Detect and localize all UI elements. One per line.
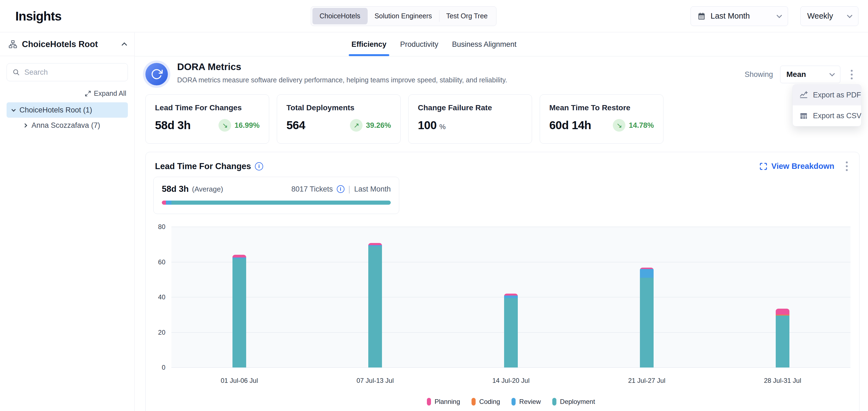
trend-badge: ↘ 14.78% xyxy=(613,119,654,132)
metric-cards-row: Lead Time For Changes 58d 3h ↘ 16.99% To… xyxy=(146,94,663,144)
bar-segment-deployment xyxy=(640,278,654,368)
dora-cycle-icon xyxy=(146,63,168,85)
stacked-bar[interactable] xyxy=(776,309,789,368)
dora-titles: DORA Metrics DORA metrics measure softwa… xyxy=(177,61,507,84)
export-pdf-menu-item[interactable]: Export as PDF xyxy=(793,84,861,105)
dora-kebab-menu-icon[interactable] xyxy=(847,68,856,81)
legend-swatch xyxy=(552,398,556,406)
expand-all-button[interactable]: Expand All xyxy=(8,90,126,97)
bar-segment-deployment xyxy=(368,246,382,368)
table-icon xyxy=(799,111,808,120)
x-axis-label: 07 Jul-13 Jul xyxy=(307,377,443,384)
org-tab-choicehotels[interactable]: ChoiceHotels xyxy=(312,8,368,24)
sidebar-title: ChoiceHotels Root xyxy=(22,39,98,49)
chevron-down-icon xyxy=(11,107,16,112)
chart-legend: PlanningCodingReviewDeployment xyxy=(172,398,850,406)
legend-item-coding[interactable]: Coding xyxy=(471,398,500,406)
stacked-bar[interactable] xyxy=(368,243,382,368)
granularity-select[interactable]: Weekly xyxy=(800,6,859,26)
view-breakdown-label: View Breakdown xyxy=(771,162,834,171)
sidebar-header: ChoiceHotels Root xyxy=(0,33,134,56)
stacked-bar[interactable] xyxy=(504,294,518,368)
trend-down-arrow-icon: ↘ xyxy=(613,119,625,132)
x-axis-label: 14 Jul-20 Jul xyxy=(443,377,579,384)
period-select[interactable]: Last Month xyxy=(690,6,788,26)
tree-item-choicehotels-root[interactable]: ChoiceHotels Root (1) xyxy=(7,102,128,118)
org-tree-icon xyxy=(8,40,18,49)
search-input[interactable] xyxy=(24,68,122,77)
info-icon[interactable]: i xyxy=(337,185,344,193)
org-switcher: ChoiceHotels Solution Engineers Test Org… xyxy=(311,6,496,26)
stacked-bar[interactable] xyxy=(640,268,654,368)
expand-all-label: Expand All xyxy=(94,90,126,97)
stacked-bar[interactable] xyxy=(232,255,246,368)
legend-label: Coding xyxy=(479,398,500,406)
legend-swatch xyxy=(427,398,431,406)
metric-card-value: 60d 14h xyxy=(549,119,591,132)
chart-card-header: Lead Time For Changes i View Breakdown xyxy=(155,159,851,173)
showing-label: Showing xyxy=(745,70,773,79)
metric-card-title: Total Deployments xyxy=(286,103,391,112)
bar-segment-deployment xyxy=(232,259,246,368)
export-csv-menu-item[interactable]: Export as CSV xyxy=(793,105,861,126)
metric-card-value: 100 xyxy=(418,119,437,132)
metric-card-title: Lead Time For Changes xyxy=(155,103,259,112)
legend-item-planning[interactable]: Planning xyxy=(427,398,460,406)
bar-segment-planning xyxy=(232,255,246,258)
chevron-right-icon xyxy=(23,123,27,128)
view-breakdown-button[interactable]: View Breakdown xyxy=(759,162,834,171)
aggregation-select-value: Mean xyxy=(786,70,806,79)
metric-card-title: Mean Time To Restore xyxy=(549,103,654,112)
tab-productivity[interactable]: Productivity xyxy=(400,33,438,56)
x-axis-label: 21 Jul-27 Jul xyxy=(579,377,715,384)
dora-description: DORA metrics measure software delivery p… xyxy=(177,76,507,84)
legend-label: Planning xyxy=(435,398,460,406)
chevron-down-icon xyxy=(829,71,835,76)
metric-card-value: 564 xyxy=(286,119,305,132)
y-axis-tick-label: 80 xyxy=(158,223,165,231)
metric-card-unit: % xyxy=(439,123,446,131)
org-tab-test-org-tree[interactable]: Test Org Tree xyxy=(439,8,495,24)
chart-kebab-menu-icon[interactable] xyxy=(842,159,851,173)
tab-efficiency[interactable]: Efficiency xyxy=(351,33,386,56)
trend-percent: 39.26% xyxy=(366,121,391,130)
metric-card-change-failure-rate: Change Failure Rate 100 % xyxy=(408,94,532,144)
main-tab-row: Efficiency Productivity Business Alignme… xyxy=(135,33,868,56)
topbar: Insights ChoiceHotels Solution Engineers… xyxy=(0,0,868,32)
legend-item-review[interactable]: Review xyxy=(512,398,541,406)
trend-badge: ↘ 16.99% xyxy=(218,119,259,132)
metric-card-value: 58d 3h xyxy=(155,119,191,132)
metric-card-mean-time-to-restore: Mean Time To Restore 60d 14h ↘ 14.78% xyxy=(540,94,663,144)
search-icon xyxy=(12,68,20,76)
export-menu: Export as PDF Export as CSV xyxy=(793,84,861,127)
trend-badge: ↗ 39.26% xyxy=(350,119,391,132)
tab-business-alignment[interactable]: Business Alignment xyxy=(452,33,517,56)
legend-swatch xyxy=(512,398,516,406)
aggregation-select[interactable]: Mean xyxy=(780,66,840,83)
chevron-down-icon xyxy=(777,12,782,18)
average-value: 58d 3h xyxy=(162,184,189,194)
main-area: Efficiency Productivity Business Alignme… xyxy=(135,33,868,411)
bar-segment-review xyxy=(640,269,654,278)
chart-band: 14 Jul-20 Jul xyxy=(443,227,579,368)
y-axis-tick-label: 40 xyxy=(158,293,165,301)
calendar-icon xyxy=(698,12,706,20)
legend-item-deployment[interactable]: Deployment xyxy=(552,398,595,406)
trend-up-arrow-icon: ↗ xyxy=(350,119,363,132)
distribution-segment-planning xyxy=(162,201,166,205)
trend-percent: 16.99% xyxy=(235,121,259,130)
collapse-sidebar-chevron-up-icon[interactable] xyxy=(122,42,127,47)
chart-band: 01 Jul-06 Jul xyxy=(172,227,307,368)
bar-segment-planning xyxy=(368,243,382,245)
expand-corners-icon xyxy=(759,162,768,170)
tree-item-anna-scozzafava[interactable]: Anna Scozzafava (7) xyxy=(19,118,128,133)
lead-time-chart-card: Lead Time For Changes i View Breakdown 5… xyxy=(146,152,860,411)
org-tab-solution-engineers[interactable]: Solution Engineers xyxy=(368,8,439,24)
export-csv-label: Export as CSV xyxy=(813,112,861,120)
dora-controls: Showing Mean xyxy=(745,66,856,83)
legend-label: Deployment xyxy=(560,398,595,406)
info-icon[interactable]: i xyxy=(255,162,263,170)
period-select-value: Last Month xyxy=(711,11,750,21)
page-title: Insights xyxy=(16,9,61,24)
legend-swatch xyxy=(471,398,476,406)
